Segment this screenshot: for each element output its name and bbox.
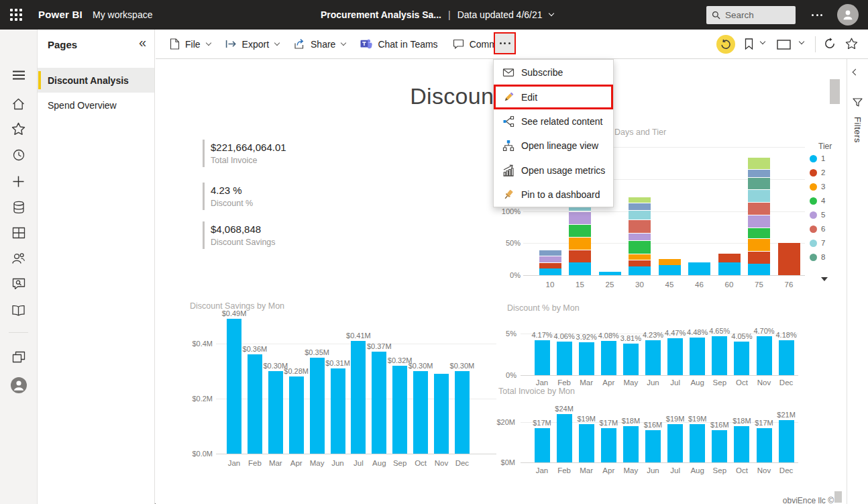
menu-item-pin-to-a-dashboard[interactable]: Pin to a dashboard <box>494 183 613 207</box>
bar-segment-tier-5[interactable] <box>629 233 651 240</box>
bar-segment-tier-1[interactable] <box>659 265 681 275</box>
bar-segment-tier-8[interactable] <box>748 177 770 189</box>
bar-segment-tier-3[interactable] <box>748 238 770 251</box>
bar-mar[interactable] <box>579 424 594 462</box>
refresh-icon[interactable] <box>824 38 836 50</box>
bar-segment-tier-3[interactable] <box>629 254 651 260</box>
search-box[interactable] <box>706 6 796 24</box>
menu-item-edit[interactable]: Edit <box>494 85 613 109</box>
page-item-discount-analysis[interactable]: Discount Analysis <box>38 68 154 93</box>
sidebar-item-create[interactable] <box>0 172 37 191</box>
powerbi-logo[interactable]: Power BI <box>38 9 83 20</box>
bar-segment-tier-3[interactable] <box>569 237 591 250</box>
bar-segment-tier-5[interactable] <box>748 215 770 228</box>
toolbar-button-file[interactable]: File <box>162 34 218 55</box>
bar-segment-tier-7[interactable] <box>629 210 651 219</box>
reset-to-default-button[interactable] <box>716 35 735 54</box>
kpi-card-discount[interactable]: 4.23 %Discount % <box>203 183 253 210</box>
toolbar-more-options-button[interactable] <box>494 32 516 54</box>
bar-segment-tier-2[interactable] <box>539 262 561 269</box>
bar-segment-tier-1[interactable] <box>718 262 741 275</box>
bar-segment-tier-1[interactable] <box>599 272 621 275</box>
bar-may[interactable] <box>623 344 639 375</box>
bar-jul[interactable] <box>351 341 366 454</box>
sidebar-item-learn[interactable] <box>0 301 37 319</box>
bar-jun[interactable] <box>645 430 661 462</box>
bar-segment-tier-2[interactable] <box>569 250 591 262</box>
bar-may[interactable] <box>310 358 325 454</box>
bar-jul[interactable] <box>667 424 683 462</box>
bar-jun[interactable] <box>645 340 661 375</box>
legend-scroll-down-icon[interactable] <box>821 277 828 281</box>
search-input[interactable] <box>725 10 784 20</box>
bar-sep[interactable] <box>712 336 727 375</box>
bar-apr[interactable] <box>289 376 304 454</box>
bar-nov[interactable] <box>757 336 772 375</box>
menu-item-open-usage-metrics[interactable]: Open usage metrics <box>494 158 613 183</box>
chevron-down-icon[interactable] <box>548 11 553 16</box>
workspace-breadcrumb[interactable]: My workspace <box>93 9 152 20</box>
bar-aug[interactable] <box>690 424 705 462</box>
filter-funnel-icon[interactable] <box>853 98 863 107</box>
bar-dec[interactable] <box>779 420 794 462</box>
legend-item-tier-7[interactable]: 7 <box>810 239 825 247</box>
bar-segment-tier-3[interactable] <box>659 258 681 265</box>
sidebar-item-shared-with-me[interactable] <box>0 249 37 268</box>
account-avatar[interactable] <box>837 4 859 26</box>
page-item-spend-overview[interactable]: Spend Overview <box>38 93 154 117</box>
bar-oct[interactable] <box>413 371 428 454</box>
bar-segment-tier-2[interactable] <box>778 243 800 275</box>
bar-aug[interactable] <box>372 352 386 454</box>
bar-segment-tier-4[interactable] <box>629 240 651 253</box>
bar-nov[interactable] <box>434 374 449 454</box>
legend-item-tier-5[interactable]: 5 <box>810 211 825 219</box>
bookmark-icon[interactable] <box>745 38 753 50</box>
bar-apr[interactable] <box>601 341 616 375</box>
bar-sep[interactable] <box>712 430 727 462</box>
canvas-scrollbar-end[interactable] <box>834 491 842 503</box>
kpi-card-discount-savings[interactable]: $4,068,848Discount Savings <box>203 221 276 249</box>
chevron-down-icon[interactable] <box>760 39 765 44</box>
bar-segment-tier-2[interactable] <box>629 260 651 266</box>
bar-mar[interactable] <box>579 342 594 375</box>
bar-segment-tier-9[interactable] <box>539 250 561 256</box>
view-icon[interactable] <box>777 40 791 50</box>
report-title-topbar[interactable]: Procurement Analysis Sa... <box>321 9 441 20</box>
bar-jun[interactable] <box>331 368 345 454</box>
bar-segment-tier-4[interactable] <box>569 224 591 237</box>
legend-item-tier-1[interactable]: 1 <box>810 154 825 162</box>
bar-segment-tier-1[interactable] <box>748 264 770 275</box>
bar-segment-tier-1[interactable] <box>629 266 651 275</box>
bar-segment-tier-1[interactable] <box>539 268 561 275</box>
bar-segment-tier-9[interactable] <box>629 203 651 210</box>
bar-segment-tier-10[interactable] <box>629 197 651 203</box>
bar-segment-tier-6[interactable] <box>629 219 651 233</box>
bar-segment-tier-1[interactable] <box>688 262 710 275</box>
topbar-more-options-button[interactable] <box>809 9 825 20</box>
bar-dec[interactable] <box>455 371 470 454</box>
sidebar-item-my-workspace[interactable] <box>0 376 37 395</box>
bar-apr[interactable] <box>601 428 616 462</box>
bar-segment-tier-7[interactable] <box>748 189 770 202</box>
toolbar-button-export[interactable]: Export <box>218 34 286 55</box>
menu-item-open-lineage-view[interactable]: Open lineage view <box>494 134 613 158</box>
bar-segment-tier-5[interactable] <box>569 211 591 224</box>
bar-jul[interactable] <box>667 338 683 375</box>
star-icon[interactable] <box>845 38 858 50</box>
double-chevron-left-icon[interactable]: « <box>139 35 146 50</box>
bar-feb[interactable] <box>557 342 572 375</box>
sidebar-item-home[interactable] <box>0 94 37 113</box>
bar-oct[interactable] <box>734 342 749 375</box>
bar-segment-tier-9[interactable] <box>748 169 770 177</box>
bar-jan[interactable] <box>535 340 550 375</box>
bar-nov[interactable] <box>757 428 772 462</box>
sidebar-item-menu[interactable] <box>0 66 37 85</box>
legend-item-tier-4[interactable]: 4 <box>810 197 825 205</box>
toolbar-button-share[interactable]: Share <box>286 34 353 55</box>
legend-item-tier-6[interactable]: 6 <box>810 225 825 233</box>
bar-segment-tier-2[interactable] <box>748 251 770 264</box>
app-launcher-button[interactable] <box>0 0 32 30</box>
sidebar-item-workspaces[interactable] <box>0 348 37 366</box>
sidebar-item-apps[interactable] <box>0 223 37 242</box>
data-updated-label[interactable]: Data updated 4/6/21 <box>457 9 543 20</box>
